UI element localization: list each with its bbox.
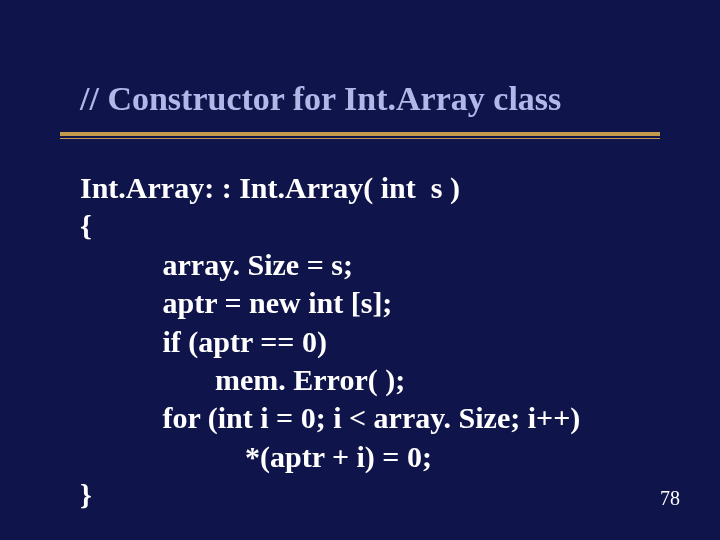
code-line-3: array. Size = s; [80,248,353,281]
code-block: Int.Array: : Int.Array( int s ) { array.… [0,139,720,515]
slide-title: // Constructor for Int.Array class [0,0,720,126]
code-line-4: aptr = new int [s]; [80,286,392,319]
code-line-9: } [80,478,92,511]
code-line-6: mem. Error( ); [80,363,405,396]
page-number: 78 [660,487,680,510]
title-underline-thick [60,132,660,136]
code-line-2: { [80,209,92,242]
code-line-5: if (aptr == 0) [80,325,327,358]
code-line-8: *(aptr + i) = 0; [80,440,432,473]
slide: // Constructor for Int.Array class Int.A… [0,0,720,540]
code-line-1: Int.Array: : Int.Array( int s ) [80,171,460,204]
code-line-7: for (int i = 0; i < array. Size; i++) [80,401,580,434]
